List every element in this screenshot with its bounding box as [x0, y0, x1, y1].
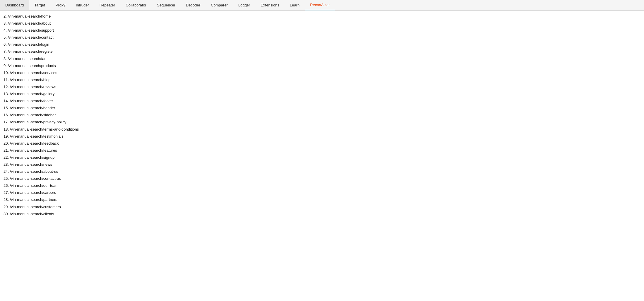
list-item: 24. /vin-manual-search/about-us: [4, 168, 640, 175]
list-item: 25. /vin-manual-search/contact-us: [4, 175, 640, 182]
menu-item-target[interactable]: Target: [29, 0, 50, 10]
list-item: 23. /vin-manual-search/news: [4, 161, 640, 168]
menu-item-repeater[interactable]: Repeater: [94, 0, 120, 10]
menu-item-sequencer[interactable]: Sequencer: [152, 0, 181, 10]
list-item: 4. /vin-manual-search/support: [4, 27, 640, 34]
list-item: 19. /vin-manual-search/testimonials: [4, 133, 640, 140]
list-item: 27. /vin-manual-search/careers: [4, 189, 640, 196]
menu-item-comparer[interactable]: Comparer: [205, 0, 233, 10]
list-item: 18. /vin-manual-search/terms-and-conditi…: [4, 126, 640, 133]
menu-item-reconalzer[interactable]: ReconAlzer: [305, 0, 335, 10]
list-item: 21. /vin-manual-search/features: [4, 147, 640, 154]
list-item: 15. /vin-manual-search/header: [4, 105, 640, 112]
list-item: 22. /vin-manual-search/signup: [4, 154, 640, 161]
menu-item-collaborator[interactable]: Collaborator: [120, 0, 152, 10]
list-item: 3. /vin-manual-search/about: [4, 20, 640, 27]
list-item: 12. /vin-manual-search/reviews: [4, 83, 640, 90]
menu-bar: DashboardTargetProxyIntruderRepeaterColl…: [0, 0, 644, 11]
content-area: 2. /vin-manual-search/home3. /vin-manual…: [0, 11, 644, 220]
list-item: 20. /vin-manual-search/feedback: [4, 140, 640, 147]
list-item: 16. /vin-manual-search/sidebar: [4, 112, 640, 119]
list-item: 29. /vin-manual-search/customers: [4, 203, 640, 211]
list-item: 5. /vin-manual-search/contact: [4, 34, 640, 41]
list-item: 17. /vin-manual-search/privacy-policy: [4, 119, 640, 126]
list-item: 26. /vin-manual-search/our-team: [4, 182, 640, 189]
menu-item-dashboard[interactable]: Dashboard: [0, 0, 29, 10]
list-item: 11. /vin-manual-search/blog: [4, 76, 640, 83]
menu-item-proxy[interactable]: Proxy: [50, 0, 71, 10]
list-item: 13. /vin-manual-search/gallery: [4, 90, 640, 98]
menu-item-decoder[interactable]: Decoder: [181, 0, 205, 10]
list-item: 10. /vin-manual-search/services: [4, 69, 640, 76]
list-item: 7. /vin-manual-search/register: [4, 48, 640, 55]
list-item: 8. /vin-manual-search/faq: [4, 55, 640, 62]
list-item: 9. /vin-manual-search/products: [4, 62, 640, 69]
list-item: 6. /vin-manual-search/login: [4, 41, 640, 48]
menu-item-extensions[interactable]: Extensions: [255, 0, 285, 10]
list-item: 2. /vin-manual-search/home: [4, 13, 640, 20]
menu-item-learn[interactable]: Learn: [285, 0, 305, 10]
list-item: 28. /vin-manual-search/partners: [4, 196, 640, 203]
list-item: 14. /vin-manual-search/footer: [4, 98, 640, 105]
menu-item-intruder[interactable]: Intruder: [71, 0, 94, 10]
list-item: 30. /vin-manual-search/clients: [4, 211, 640, 218]
menu-item-logger[interactable]: Logger: [233, 0, 255, 10]
